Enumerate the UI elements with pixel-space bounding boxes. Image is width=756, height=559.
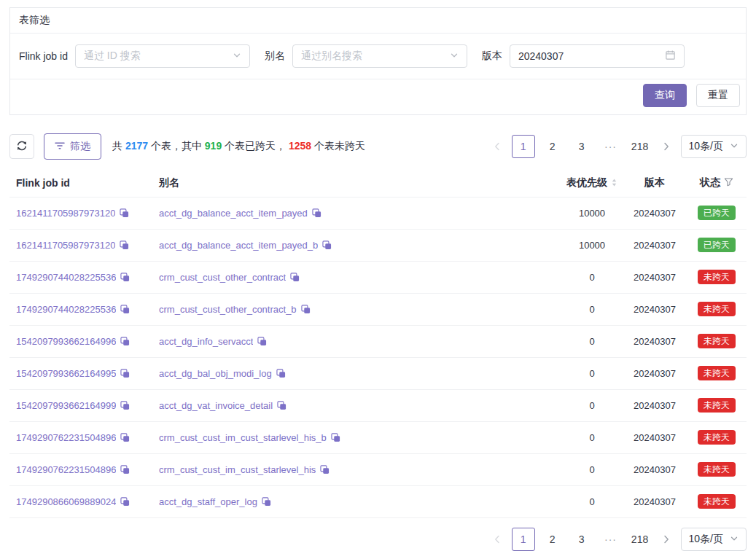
pagination-page-2[interactable]: 2 [541, 135, 564, 158]
pagination-next-button[interactable] [658, 528, 675, 551]
table-row: 1542097993662164999 acct_dg_vat_invoice_… [9, 389, 747, 421]
flink-job-id-link[interactable]: 1542097993662164999 [16, 400, 116, 411]
total-count: 2177 [125, 140, 148, 152]
copy-icon[interactable] [322, 241, 332, 250]
flink-job-id-link[interactable]: 1749290762231504896 [16, 432, 116, 443]
table-row: 1621411705987973120 acct_dg_balance_acct… [9, 229, 747, 261]
status-badge: 未跨天 [698, 398, 736, 413]
table-row: 1542097993662164996 acct_dg_info_servacc… [9, 325, 747, 357]
filter-actions-row: 查询 重置 [10, 79, 746, 114]
copy-icon[interactable] [331, 433, 340, 442]
copy-icon[interactable] [262, 497, 271, 507]
alias-link[interactable]: crm_cust_cust_other_contract_b [159, 304, 297, 315]
flink-job-id-link[interactable]: 1749290866069889024 [16, 496, 116, 507]
pagination-page-1[interactable]: 1 [512, 135, 535, 158]
refresh-button[interactable] [9, 134, 34, 159]
copy-icon[interactable] [120, 337, 130, 346]
flink-job-id-select[interactable]: 通过 ID 搜索 [75, 44, 250, 68]
version-label: 版本 [482, 50, 502, 63]
pagination-page-2[interactable]: 2 [541, 528, 564, 551]
table-row: 1749290744028225536 crm_cust_cust_other_… [9, 293, 747, 325]
table-row: 1542097993662164995 acct_dg_bal_obj_modi… [9, 357, 747, 389]
version-value: 20240307 [623, 261, 687, 293]
alias-placeholder: 通过别名搜索 [301, 50, 362, 63]
copy-icon[interactable] [276, 369, 286, 378]
flink-job-id-link[interactable]: 1621411705987973120 [16, 240, 115, 251]
table-body: 1621411705987973120 acct_dg_balance_acct… [9, 197, 747, 517]
status-badge: 未跨天 [698, 302, 736, 316]
copy-icon[interactable] [120, 241, 129, 250]
version-value: 20240307 [623, 485, 687, 517]
chevron-down-icon [730, 141, 739, 152]
alias-link[interactable]: acct_dg_staff_oper_log [159, 496, 257, 507]
flink-job-id-link[interactable]: 1542097993662164995 [16, 368, 116, 379]
copy-icon[interactable] [120, 273, 130, 282]
pagination-prev-button[interactable] [488, 135, 506, 158]
flink-job-id-link[interactable]: 1621411705987973120 [16, 208, 115, 219]
pagination-page-3[interactable]: 3 [570, 528, 593, 551]
alias-link[interactable]: acct_dg_balance_acct_item_payed [159, 208, 308, 219]
copy-icon[interactable] [301, 305, 311, 314]
copy-icon[interactable] [277, 401, 287, 410]
copy-icon[interactable] [120, 497, 130, 507]
pagination-page-218[interactable]: 218 [628, 135, 652, 158]
col-header-version: 版本 [623, 169, 687, 197]
alias-link[interactable]: crm_cust_cust_other_contract [159, 272, 286, 283]
tables-grid: Flink job id 别名 表优先级 版本 状态 [9, 169, 747, 518]
copy-icon[interactable] [312, 208, 322, 218]
version-value: 20240307 [623, 453, 687, 485]
pagination-pages: 123···218 [512, 528, 652, 551]
status-badge: 未跨天 [698, 462, 736, 477]
copy-icon[interactable] [120, 208, 129, 218]
copy-icon[interactable] [320, 465, 330, 474]
pagination: 123···218 [488, 528, 675, 551]
copy-icon[interactable] [257, 337, 267, 346]
alias-link[interactable]: acct_dg_info_servacct [159, 336, 253, 347]
flink-job-id-link[interactable]: 1749290744028225536 [16, 272, 116, 283]
query-button[interactable]: 查询 [643, 84, 687, 107]
refresh-icon [16, 140, 28, 154]
flink-job-id-link[interactable]: 1749290744028225536 [16, 304, 116, 315]
filter-toggle-button[interactable]: 筛选 [44, 133, 101, 160]
priority-value: 0 [561, 357, 623, 389]
copy-icon[interactable] [120, 401, 130, 410]
version-value: 20240307 [623, 293, 687, 325]
copy-icon[interactable] [120, 369, 130, 378]
pagination-prev-button[interactable] [488, 528, 506, 551]
sort-caret-icon[interactable] [611, 178, 617, 187]
pagination-ellipsis: ··· [599, 528, 623, 551]
page-size-select[interactable]: 10条/页 [681, 528, 747, 551]
copy-icon[interactable] [120, 305, 130, 314]
summary-text: 共 2177 个表，其中 919 个表已跨天， 1258 个表未跨天 [112, 140, 365, 153]
version-value: 20240307 [623, 357, 687, 389]
alias-link[interactable]: crm_cust_cust_im_cust_starlevel_his [159, 464, 316, 475]
page-size-select[interactable]: 10条/页 [681, 135, 747, 158]
page-size-value: 10条/页 [689, 140, 723, 153]
filter-row: Flink job id 通过 ID 搜索 别名 通过别名搜索 版本 20240… [10, 34, 746, 79]
pagination-next-button[interactable] [658, 135, 675, 158]
flink-job-id-link[interactable]: 1749290762231504896 [16, 464, 116, 475]
status-badge: 已跨天 [698, 238, 736, 252]
reset-button[interactable]: 重置 [696, 84, 740, 107]
pagination-page-218[interactable]: 218 [628, 528, 652, 551]
copy-icon[interactable] [120, 433, 130, 442]
alias-link[interactable]: acct_dg_vat_invoice_detail [159, 400, 273, 411]
alias-link[interactable]: acct_dg_balance_acct_item_payed_b [159, 240, 318, 251]
col-header-priority[interactable]: 表优先级 [561, 169, 623, 197]
alias-select[interactable]: 通过别名搜索 [292, 44, 467, 68]
version-date-input[interactable]: 20240307 [510, 44, 685, 68]
pagination-page-1[interactable]: 1 [512, 528, 535, 551]
alias-link[interactable]: acct_dg_bal_obj_modi_log [159, 368, 272, 379]
copy-icon[interactable] [290, 273, 300, 282]
table-row: 1749290762231504896 crm_cust_cust_im_cus… [9, 421, 747, 453]
alias-link[interactable]: crm_cust_cust_im_cust_starlevel_his_b [159, 432, 327, 443]
status-badge: 未跨天 [698, 494, 736, 509]
version-value: 20240307 [623, 389, 687, 421]
chevron-down-icon [233, 50, 241, 62]
flink-job-id-link[interactable]: 1542097993662164996 [16, 336, 116, 347]
pagination-page-3[interactable]: 3 [570, 135, 593, 158]
alias-label: 别名 [265, 50, 285, 63]
copy-icon[interactable] [120, 465, 130, 474]
col-header-flink-job-id: Flink job id [9, 169, 152, 197]
filter-funnel-icon[interactable] [724, 177, 733, 189]
